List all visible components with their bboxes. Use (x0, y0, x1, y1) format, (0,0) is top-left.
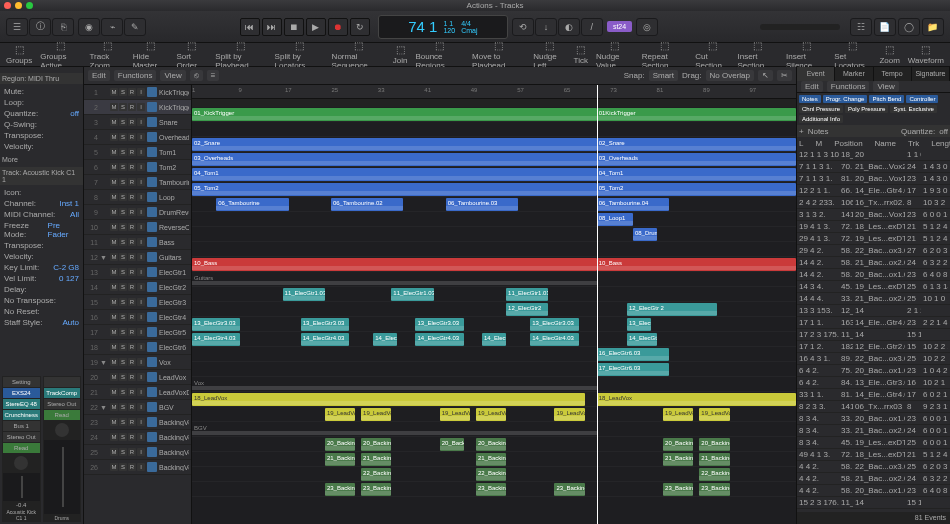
inspector-row[interactable]: Velocity: (4, 141, 79, 152)
event-row[interactable]: 16 4 3 1.89.22_Bac...ox3.022510 2 2 158. (797, 353, 950, 365)
event-row[interactable]: 14 3 4.45.19_Les...exDT.01256 1 3 140. (797, 281, 950, 293)
track-header-snare[interactable]: 3MSRISnare (84, 115, 191, 130)
region[interactable]: 21_BackingVox (663, 453, 693, 466)
play-button[interactable]: ▶ (306, 18, 326, 36)
close-icon[interactable] (4, 2, 11, 9)
toolbar-groups[interactable]: ⬚Groups (6, 44, 32, 65)
toolbar-track-zoom[interactable]: ⬚Track Zoom (90, 40, 125, 70)
arrange-area[interactable]: 191725334149576573818997105 Inst 1Inst 1… (192, 85, 796, 524)
column-header[interactable]: Length (931, 139, 950, 148)
track-header-drumreverb[interactable]: 9MSRIDrumReverb (84, 205, 191, 220)
region[interactable]: 14_ElecGtr4.03 (415, 333, 463, 346)
tab-event[interactable]: Event (797, 67, 835, 81)
event-row[interactable]: 17 1 2.182.12_Ele...Gtr2.031510 2 2 2. (797, 341, 950, 353)
zoom-icon[interactable] (26, 2, 33, 9)
region[interactable]: 20_BackingVox (663, 438, 693, 451)
setting-slot-2[interactable] (44, 377, 81, 387)
toolbar-cut-section[interactable]: ⬚Cut Section (695, 40, 729, 70)
event-row[interactable]: 4 4 2.58.21_Bac...ox2.01246 3 2 2. (797, 473, 950, 485)
region[interactable]: 03_Overheads (597, 153, 796, 166)
event-row[interactable]: 2 4 2 233.106.16_Tx...rrx02.810 3 2 141. (797, 197, 950, 209)
event-row[interactable]: 19 4 1 3.72.18_Les...exDT.01215 1 2 4. (797, 221, 950, 233)
filter-syst-exclusive[interactable]: Syst. Exclusive (890, 105, 936, 113)
inspector-row[interactable]: Quantize:off (4, 108, 79, 119)
instrument-slot[interactable]: EXS24 (3, 388, 40, 398)
event-row[interactable]: 8 3 4.45.19_Les...exDT.03256 0 0 116. (797, 437, 950, 449)
toolbar-insert-section[interactable]: ⬚Insert Section (737, 40, 778, 70)
inspector-row[interactable]: Channel:Inst 1 (4, 198, 79, 209)
event-view-menu[interactable]: View (873, 81, 898, 92)
region[interactable]: 21_BackingVox (361, 453, 391, 466)
track-header-kicktrigger[interactable]: 1MSRIKickTrigger (84, 85, 191, 100)
event-row[interactable]: 6 4 2.84.13_Ele...Gtr3.041610 2 1 1. (797, 377, 950, 389)
event-row[interactable]: 3 1 3 2.141.20_Bac...Vox1.01236 0 0 16. (797, 209, 950, 221)
toolbar-hide-master[interactable]: ⬚Hide Master (133, 40, 169, 70)
event-row[interactable]: 6 4 2.75.20_Bac...ox1.04231 0 4 2. (797, 365, 950, 377)
region[interactable]: 05_Tom2 (192, 183, 597, 196)
fx-slot-2[interactable]: TrackComp (44, 388, 81, 398)
track-lane[interactable]: 18_LeadVox18_LeadVox (192, 392, 796, 407)
editors-button[interactable]: ✎ (124, 18, 146, 36)
event-row[interactable]: 14 4 2.58.21_Bac...ox2.01246 3 2 2. (797, 257, 950, 269)
track-lane[interactable]: BGV (192, 422, 796, 437)
region[interactable]: 19_LeadVoxD (440, 408, 470, 421)
region[interactable]: 14_ElecGtr4.03 (301, 333, 349, 346)
track-lane[interactable] (192, 122, 796, 137)
region[interactable]: 23_BackingVox (325, 483, 355, 496)
track-header-bass[interactable]: 11MSRIBass (84, 235, 191, 250)
region[interactable]: 16_ElecGtr6.03 (597, 348, 669, 361)
inspector-row[interactable]: Loop: (4, 97, 79, 108)
region[interactable]: 05_Tom2 (597, 183, 796, 196)
region[interactable]: 11_ElecGtr1.03 (283, 288, 325, 301)
tab-signature[interactable]: Signature (912, 67, 950, 81)
event-row[interactable]: 4 4 2.58.22_Bac...ox3.01256 2 0 37. (797, 461, 950, 473)
filter-additional-info[interactable]: Additional Info (799, 115, 843, 123)
volume-fader-2[interactable] (44, 440, 81, 514)
region[interactable]: 21_BackingVox (476, 453, 506, 466)
toolbar-set-locators[interactable]: ⬚Set Locators (834, 40, 871, 70)
midi-button[interactable]: ◎ (636, 18, 658, 36)
region[interactable]: 04_Tom1 (597, 168, 796, 181)
event-row[interactable]: 29 4 1 3.72.19_Les...exDT.01215 1 2 4. (797, 233, 950, 245)
region[interactable]: 02_Snare (597, 138, 796, 151)
track-lane[interactable]: 20_BackingVox20_BackingVox20_Backi20_Bac… (192, 437, 796, 452)
region[interactable]: 12_ElecGtr 2 (627, 303, 718, 316)
pan-knob[interactable] (14, 456, 28, 470)
toolbar-nudge-value[interactable]: ⬚Nudge Value (596, 40, 634, 70)
region[interactable]: 10_Bass (192, 258, 597, 271)
track-header-tom2[interactable]: 6MSRITom2 (84, 160, 191, 175)
inspector-row[interactable]: Transpose: (4, 240, 79, 251)
inspector-row[interactable]: Delay: (4, 284, 79, 295)
region-inspector-header[interactable]: Region: MIDI Thru (0, 73, 83, 84)
volume-fader[interactable] (3, 473, 40, 501)
filter-pitch-bend[interactable]: Pitch Bend (869, 95, 904, 103)
tab-marker[interactable]: Marker (835, 67, 873, 81)
event-row[interactable]: 29 4 2.58.22_Bac...ox3.01276 2 0 37. (797, 245, 950, 257)
inspector-row[interactable]: MIDI Channel:All (4, 209, 79, 220)
track-header-loop[interactable]: 8MSRILoop (84, 190, 191, 205)
automation-mode-2[interactable]: Read (44, 410, 81, 420)
region[interactable]: 04_Tom1 (192, 168, 597, 181)
inspector-row[interactable]: Key Limit:C-2 G8 (4, 262, 79, 273)
tool-right[interactable]: ✂ (777, 70, 792, 81)
event-row[interactable]: 13 3 153.12_Ele...r2.02142 1 2 8. (797, 305, 950, 317)
event-row[interactable]: 14 4 4.33.21_Bac...ox2.032510 1 0 116. (797, 293, 950, 305)
tool-left[interactable]: ↖ (758, 70, 773, 81)
region[interactable]: 08_Loop1 (597, 213, 633, 226)
track-header-elecgtr5[interactable]: 17MSRIElecGtr5 (84, 325, 191, 340)
region[interactable]: 14_ElecGtr4.04 (482, 333, 506, 346)
inspector-row[interactable]: Mute: (4, 86, 79, 97)
stop-button[interactable]: ⏹ (284, 18, 304, 36)
setting-slot[interactable]: Setting (3, 377, 40, 387)
region[interactable]: 21_BackingVox (325, 453, 355, 466)
event-row[interactable]: 8 2 3 3.141.06_Tx...rrx0389 2 3 195. (797, 401, 950, 413)
filter-controller[interactable]: Controller (906, 95, 938, 103)
column-header[interactable]: Position (834, 139, 862, 148)
view-menu[interactable]: View (160, 70, 185, 81)
inspector-row[interactable]: Freeze Mode:Pre Fader (4, 220, 79, 240)
inspector-row[interactable]: Velocity: (4, 251, 79, 262)
drag-value[interactable]: No Overlap (706, 70, 754, 81)
toolbar-move-to-playhead[interactable]: ⬚Move to Playhead (472, 40, 525, 70)
inspector-row[interactable]: Transpose: (4, 130, 79, 141)
track-lane[interactable]: 12_ElecGtr212_ElecGtr 2 (192, 302, 796, 317)
